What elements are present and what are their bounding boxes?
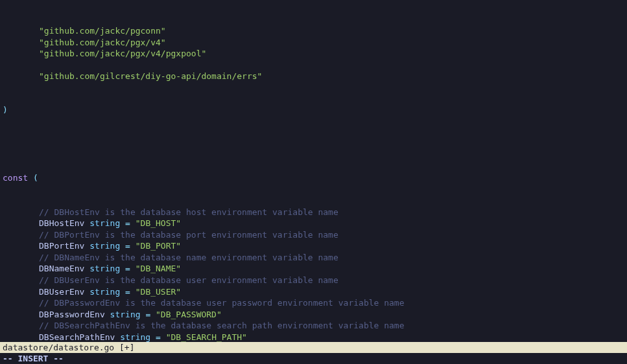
- import-path: "github.com/gilcrest/diy-go-api/domain/e…: [39, 71, 262, 81]
- const-decl: DBNameEnv string = "DB_NAME": [0, 263, 627, 275]
- code-editor[interactable]: "github.com/jackc/pgconn""github.com/jac…: [0, 0, 627, 364]
- comment: // DBUserEnv is the database user enviro…: [39, 275, 338, 285]
- comment: // DBSearchPathEnv is the database searc…: [39, 321, 405, 330]
- const-decl: DBPasswordEnv string = "DB_PASSWORD": [0, 309, 627, 321]
- import-path: "github.com/jackc/pgx/v4": [39, 38, 166, 47]
- const-decl: DBHostEnv string = "DB_HOST": [0, 218, 627, 229]
- import-path: "github.com/jackc/pgx/v4/pgxpool": [39, 49, 206, 58]
- const-decl: DBUserEnv string = "DB_USER": [0, 286, 627, 298]
- const-open: const (: [3, 173, 38, 183]
- status-bar: datastore/datastore.go [+]: [0, 342, 627, 353]
- comment: // DBHostEnv is the database host enviro…: [39, 207, 338, 217]
- import-path: "github.com/jackc/pgconn": [39, 26, 166, 36]
- const-decl: DBSearchPathEnv string = "DB_SEARCH_PATH…: [0, 332, 627, 343]
- comment: // DBPortEnv is the database port enviro…: [39, 230, 338, 240]
- mode-line: -- INSERT --: [0, 353, 627, 364]
- comment: // DBPasswordEnv is the database user pa…: [39, 298, 405, 308]
- comment: // DBNameEnv is the database name enviro…: [39, 253, 338, 262]
- const-decl: DBPortEnv string = "DB_PORT": [0, 240, 627, 252]
- paren-close: ): [3, 105, 8, 115]
